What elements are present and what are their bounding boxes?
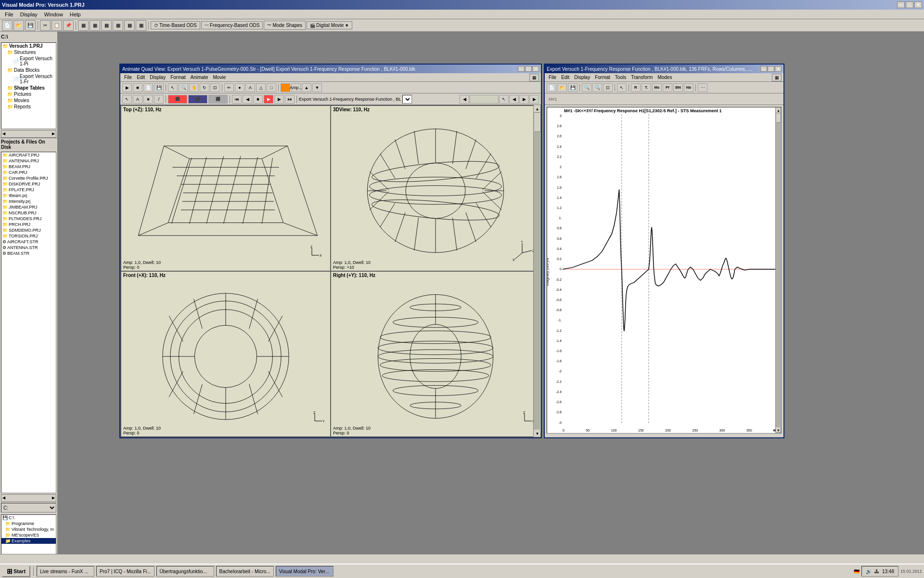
animate-scrollbar-v[interactable]: ▲ ▼ <box>533 105 541 437</box>
anim-tb-node[interactable]: ● <box>235 83 244 92</box>
anim-nav-cursor[interactable]: ↖ <box>499 95 509 104</box>
save-button[interactable]: 💾 <box>25 20 36 31</box>
tb-btn2[interactable]: 📋 <box>51 20 62 31</box>
anim-tb-stop[interactable]: ■ <box>133 83 142 92</box>
frf-tb-ms[interactable]: Ms <box>652 83 662 92</box>
anim-tb2-play[interactable]: ▶ <box>264 95 273 104</box>
frf-tb-zoom[interactable]: 🔍 <box>582 83 591 92</box>
anim-tb2-chart1[interactable]: ⬛ <box>168 95 187 104</box>
animate-menu-display[interactable]: Display <box>148 74 167 80</box>
anim-tb2-back[interactable]: ◀ <box>243 95 252 104</box>
anim-tb-quad[interactable]: □ <box>267 83 276 92</box>
tree-item-versuch[interactable]: 📁 Versuch 1.PRJ <box>1 43 56 49</box>
tree-item-export-struct[interactable]: 📄 Export Versuch 1-Pi <box>1 55 56 67</box>
file-programme[interactable]: 📁 Programme <box>1 521 56 526</box>
menu-help[interactable]: Help <box>67 11 84 18</box>
frf-tb-save[interactable]: 💾 <box>568 83 578 92</box>
file-examples[interactable]: 📁 Examples <box>1 538 56 544</box>
taskbar-item-4-active[interactable]: Visual Modal Pro: Ver... <box>276 566 334 577</box>
digital-movie-button[interactable]: 🎬 Digital Movie ▼ <box>307 21 352 29</box>
anim-tb2-rewind[interactable]: ⏮ <box>232 95 242 104</box>
frf-menu-icon[interactable]: ▦ <box>772 74 782 81</box>
menu-window[interactable]: Window <box>41 11 66 18</box>
chart-scroll-down[interactable]: ▼ <box>776 427 781 433</box>
tree-item-structures[interactable]: 📁 Structures <box>1 49 56 55</box>
tb-btn1[interactable]: ✂ <box>40 20 51 31</box>
taskbar-item-3[interactable]: Bachelorarbeit - Micro... <box>216 566 274 577</box>
menu-display[interactable]: Display <box>17 11 40 18</box>
anim-tb2-chart2[interactable]: ⬛ <box>188 95 207 104</box>
project-ibeam[interactable]: 📁 IBeam.prj <box>1 193 56 198</box>
anim-tb2-a[interactable]: A <box>133 95 142 104</box>
project-antenna-str[interactable]: ⚙ ANTENNA.STR <box>1 245 56 250</box>
file-mescope[interactable]: 📁 ME'scopeVES <box>1 532 56 538</box>
open-button[interactable]: 📂 <box>13 20 24 31</box>
tree-item-reports[interactable]: 📁 Reports <box>1 104 56 110</box>
frf-tb-cursor[interactable]: ↖ <box>617 83 627 92</box>
anim-tb-cursor[interactable]: ↖ <box>168 83 178 92</box>
anim-tb2-fwd[interactable]: ▶ <box>274 95 284 104</box>
file-drive-c[interactable]: 💾 C:\ <box>1 515 56 521</box>
anim-tb-save[interactable]: 💾 <box>154 83 164 92</box>
project-jimbeam[interactable]: 📁 JIMBEAM.PRJ <box>1 204 56 210</box>
frf-close[interactable]: ✕ <box>775 66 782 72</box>
anim-tb-rotate[interactable]: ↻ <box>200 83 209 92</box>
project-pltmodes[interactable]: 📁 PLTMODES.PRJ <box>1 216 56 222</box>
tb-grid2[interactable]: ▦ <box>90 20 100 31</box>
anim-tb2-slash[interactable]: / <box>154 95 164 104</box>
mode-shapes-button[interactable]: 〜 Mode Shapes <box>264 21 306 30</box>
tb-grid1[interactable]: ▦ <box>78 20 89 31</box>
frf-menu-modes[interactable]: Modes <box>655 74 674 80</box>
frf-chart-scrollbar[interactable]: ▲ ▼ <box>775 107 781 433</box>
anim-nav-prev[interactable]: ◀ <box>460 95 469 104</box>
anim-tb-color[interactable] <box>281 83 290 92</box>
project-corvette[interactable]: 📁 Corvette Profile.PRJ <box>1 175 56 181</box>
drive-selector[interactable]: C: <box>1 503 56 512</box>
project-antenna[interactable]: 📁 ANTENNA.PRJ <box>1 158 56 164</box>
project-intensity[interactable]: 📁 Intensity.prj <box>1 198 56 204</box>
frf-tb-nb[interactable]: Nb <box>684 83 693 92</box>
anim-tb2-star[interactable]: ★ <box>143 95 153 104</box>
scrollbar-thumb[interactable] <box>534 113 541 132</box>
tb-btn3[interactable]: 📌 <box>63 20 74 31</box>
anim-tb2-cursor[interactable]: ↖ <box>122 95 132 104</box>
anim-tb-zoom[interactable]: 🔍 <box>179 83 188 92</box>
project-sdmdemo[interactable]: 📁 SDMDEMO.PRJ <box>1 227 56 233</box>
frf-tb-open[interactable]: 📂 <box>557 83 567 92</box>
project-torsion[interactable]: 📁 TORSION.PRJ <box>1 233 56 239</box>
project-tree[interactable]: 📁 Versuch 1.PRJ 📁 Structures 📄 Export Ve… <box>1 42 56 129</box>
minimize-button[interactable]: — <box>897 1 905 8</box>
animate-menu-format[interactable]: Format <box>168 74 188 80</box>
anim-nav-scroll[interactable] <box>470 95 499 104</box>
scroll-handle-bottom[interactable]: ◀ ▶ <box>1 494 56 502</box>
frf-tb-bn[interactable]: BN <box>673 83 683 92</box>
chart-scroll-thumb[interactable] <box>776 113 781 123</box>
animate-minimize[interactable]: — <box>518 66 525 72</box>
time-based-ods-button[interactable]: ⏱ Time-Based ODS <box>151 21 200 29</box>
anim-tb2-chart3[interactable]: ⬛ <box>208 95 228 104</box>
taskbar-item-2[interactable]: Übertragungsfunktio... <box>156 566 214 577</box>
anim-tb-up[interactable]: ▲ <box>302 83 311 92</box>
project-aircraft[interactable]: 📁 AIRCRAFT.PRJ <box>1 152 56 158</box>
file-vibrant[interactable]: 📁 Vibrant Technology, In <box>1 526 56 532</box>
frf-tb-zoomout[interactable]: 🔍 <box>592 83 602 92</box>
frf-tb-pf[interactable]: Pf <box>663 83 672 92</box>
new-button[interactable]: 📄 <box>2 20 13 31</box>
frequency-based-ods-button[interactable]: 〰 Frequency-Based ODS <box>201 21 263 29</box>
tb-grid5[interactable]: ▦ <box>124 20 135 31</box>
frf-tb-fit[interactable]: ⊡ <box>603 83 613 92</box>
anim-tb-dn[interactable]: ▼ <box>312 83 322 92</box>
tree-item-shape-tables[interactable]: 📁 Shape Tables <box>1 85 56 91</box>
animate-menu-file[interactable]: File <box>122 74 134 80</box>
frf-tb-more[interactable]: ⋯ <box>698 83 707 92</box>
anim-tb-label[interactable]: A <box>245 83 255 92</box>
anim-tb-amp[interactable]: Amp... <box>291 83 301 92</box>
anim-tb-new[interactable]: 📄 <box>143 83 153 92</box>
animate-maximize[interactable]: □ <box>525 66 532 72</box>
project-beam-str[interactable]: ⚙ BEAM.STR <box>1 250 56 256</box>
project-car[interactable]: 📁 CAR.PRJ <box>1 170 56 175</box>
tree-item-pictures[interactable]: 📁 Pictures <box>1 91 56 97</box>
taskbar-item-1[interactable]: Pro7 | ICQ - Mozilla Fi... <box>96 566 154 577</box>
scrollbar-down-btn[interactable]: ▼ <box>534 430 541 437</box>
anim-tb-fit[interactable]: ⊡ <box>210 83 220 92</box>
